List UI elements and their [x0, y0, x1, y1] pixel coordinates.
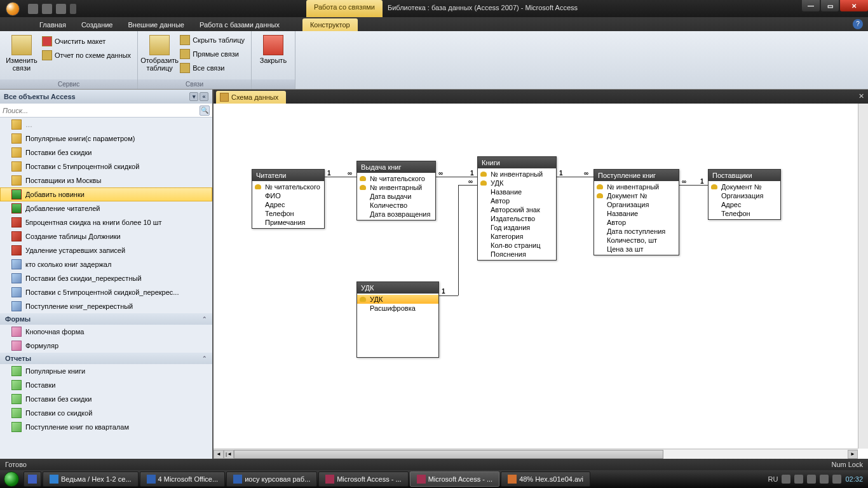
list-item[interactable]: Добавление читателей [0, 201, 212, 215]
tab-database-tools[interactable]: Работа с базами данных [192, 18, 287, 31]
table-field[interactable]: Дата выдачи [357, 192, 435, 201]
navpane-dropdown-icon[interactable]: ▾ [189, 92, 198, 101]
hide-table-button[interactable]: Скрыть таблицу [177, 34, 247, 46]
taskbar-item[interactable]: иосу курсовая раб... [226, 471, 317, 487]
show-table-button[interactable]: Отобразить таблицу [142, 32, 177, 79]
table-field[interactable]: Кол-во страниц [478, 241, 556, 250]
table-field[interactable]: Адрес [252, 200, 324, 209]
table-field[interactable]: Дата возвращения [357, 210, 435, 219]
table-issue[interactable]: Выдача книг № читательского № инвентарны… [356, 161, 436, 220]
table-receipt[interactable]: Поступление книг № инвентарный Документ … [593, 169, 679, 255]
table-field[interactable]: Документ № [594, 191, 679, 200]
taskbar-item[interactable]: 48% Hex.s01e04.avi [501, 471, 590, 487]
taskbar-item[interactable]: 4 Microsoft Office... [140, 471, 226, 487]
tab-design[interactable]: Конструктор [302, 18, 358, 31]
tab-external-data[interactable]: Внешние данные [121, 18, 192, 31]
scroll-left-icon[interactable]: ◄ [214, 450, 224, 459]
list-item[interactable]: Поставщики из Москвы [0, 173, 212, 187]
table-field[interactable]: ФИО [252, 191, 324, 200]
list-item[interactable]: Поставки [0, 378, 212, 392]
table-field[interactable]: Название [594, 209, 679, 218]
edit-relationships-button[interactable]: Изменить связи [4, 32, 39, 79]
all-relationships-button[interactable]: Все связи [177, 62, 247, 74]
list-item[interactable]: Поставки без скидки [0, 146, 212, 159]
list-item[interactable]: … [0, 118, 212, 132]
table-field[interactable]: Цена за шт [594, 245, 679, 254]
table-field[interactable]: Категория [478, 232, 556, 241]
list-item[interactable]: кто сколько книг задержал [0, 257, 212, 271]
list-item[interactable]: Поставки со скидкой [0, 406, 212, 420]
table-field[interactable]: Издательство [478, 214, 556, 223]
table-field[interactable]: Автор [594, 218, 679, 227]
table-field[interactable]: Адрес [709, 200, 780, 209]
minimize-button[interactable]: — [802, 0, 820, 11]
table-readers[interactable]: Читатели № читательского ФИО Адрес Телеф… [252, 169, 325, 229]
table-field[interactable]: Организация [594, 200, 679, 209]
list-item[interactable]: Поставки с 5типроцентной скидкой_перекре… [0, 285, 212, 299]
clear-layout-button[interactable]: Очистить макет [39, 35, 133, 48]
list-item[interactable]: Поставки без скидки_перекрестный [0, 271, 212, 285]
maximize-button[interactable]: ▭ [821, 0, 839, 11]
list-item[interactable]: Популярные книги(с параметром) [0, 132, 212, 146]
help-icon[interactable]: ? [853, 19, 863, 29]
table-field[interactable]: Примечания [252, 218, 324, 227]
undo-icon[interactable] [42, 4, 52, 14]
table-field[interactable]: УДК [478, 179, 556, 187]
table-field[interactable]: Расшифровка [357, 304, 438, 313]
list-item[interactable]: Поставки с 5типроцентной скидкой [0, 159, 212, 173]
table-field[interactable]: Количество, шт [594, 236, 679, 245]
volume-icon[interactable] [807, 475, 816, 484]
taskbar-item[interactable] [24, 471, 41, 487]
qat-dropdown-icon[interactable] [70, 4, 76, 14]
table-field[interactable]: УДК [357, 295, 438, 304]
navgroup-reports[interactable]: Отчеты⌃ [0, 353, 212, 364]
list-item[interactable]: Поступление книг_перекрестный [0, 299, 212, 313]
table-field[interactable]: № инвентарный [594, 182, 679, 191]
table-field[interactable]: № читательского [357, 174, 435, 183]
office-button[interactable] [0, 0, 25, 17]
network-icon[interactable] [820, 475, 829, 484]
list-item[interactable]: Кнопочная форма [0, 325, 212, 339]
table-books[interactable]: Книги № инвентарный УДК Название Автор А… [477, 156, 557, 261]
horizontal-scrollbar[interactable]: ◄ |◄ ► [214, 449, 858, 459]
table-field[interactable]: Телефон [709, 209, 780, 218]
tray-icon[interactable] [832, 475, 841, 484]
list-item-selected[interactable]: Добавить новинки [0, 187, 212, 201]
relationships-canvas[interactable]: Читатели № читательского ФИО Адрес Телеф… [214, 104, 868, 459]
table-field[interactable]: Название [478, 187, 556, 196]
taskbar-item[interactable]: Ведьма / Hex 1-2 се... [43, 471, 139, 487]
table-field[interactable]: № инвентарный [357, 183, 435, 192]
tray-icon[interactable] [782, 475, 790, 484]
table-field[interactable]: № читательского [252, 182, 324, 191]
table-field[interactable]: Количество [357, 201, 435, 210]
save-icon[interactable] [28, 4, 38, 14]
scroll-right-icon[interactable]: ► [848, 450, 858, 459]
taskbar-item[interactable]: Microsoft Access - ... [318, 471, 408, 487]
redo-icon[interactable] [56, 4, 66, 14]
search-input[interactable] [3, 107, 200, 114]
table-field[interactable]: Организация [709, 191, 780, 200]
clock[interactable]: 02:32 [845, 475, 863, 483]
table-udk[interactable]: УДК УДК Расшифровка [356, 281, 439, 358]
relationship-report-button[interactable]: Отчет по схеме данных [39, 49, 133, 62]
scroll-first-icon[interactable]: |◄ [224, 450, 234, 459]
navgroup-forms[interactable]: Формы⌃ [0, 313, 212, 325]
table-field[interactable]: № инвентарный [478, 170, 556, 179]
list-item[interactable]: Поставки без скидки [0, 392, 212, 406]
table-field[interactable]: Автор [478, 196, 556, 205]
doc-tab-close-icon[interactable]: ✕ [858, 92, 864, 100]
navpane-collapse-icon[interactable]: « [200, 92, 208, 101]
list-item[interactable]: Создание таблицы Должники [0, 229, 212, 243]
close-button[interactable]: Закрыть [255, 32, 291, 79]
direct-relationships-button[interactable]: Прямые связи [177, 48, 247, 60]
list-item[interactable]: Поступление книг по кварталам [0, 420, 212, 434]
table-field[interactable]: Дата поступления [594, 227, 679, 236]
table-field[interactable]: Авторский знак [478, 205, 556, 214]
navpane-header[interactable]: Все объекты Access ▾« [0, 90, 212, 104]
list-item[interactable]: Популярные книги [0, 364, 212, 378]
close-window-button[interactable]: ✕ [840, 0, 868, 11]
table-field[interactable]: Телефон [252, 209, 324, 218]
table-suppliers[interactable]: Поставщики Документ № Организация Адрес … [708, 169, 781, 220]
list-item[interactable]: Формуляр [0, 339, 212, 353]
language-indicator[interactable]: RU [768, 475, 778, 483]
